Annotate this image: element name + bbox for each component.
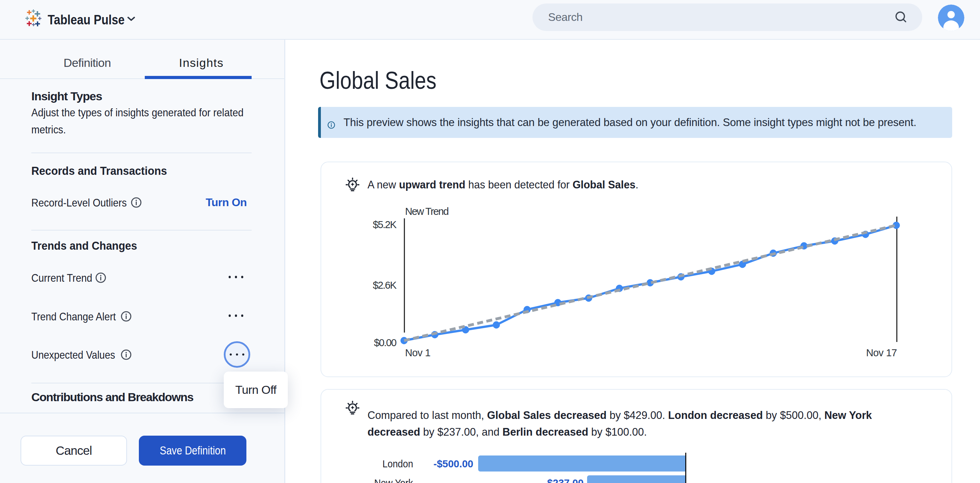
svg-text:$2.6K: $2.6K <box>373 280 397 291</box>
svg-text:New Trend: New Trend <box>405 206 449 217</box>
svg-text:Nov 17: Nov 17 <box>866 347 897 358</box>
svg-text:$5.2K: $5.2K <box>373 219 397 230</box>
svg-text:Nov 1: Nov 1 <box>405 347 431 358</box>
svg-text:$0.00: $0.00 <box>374 337 396 348</box>
